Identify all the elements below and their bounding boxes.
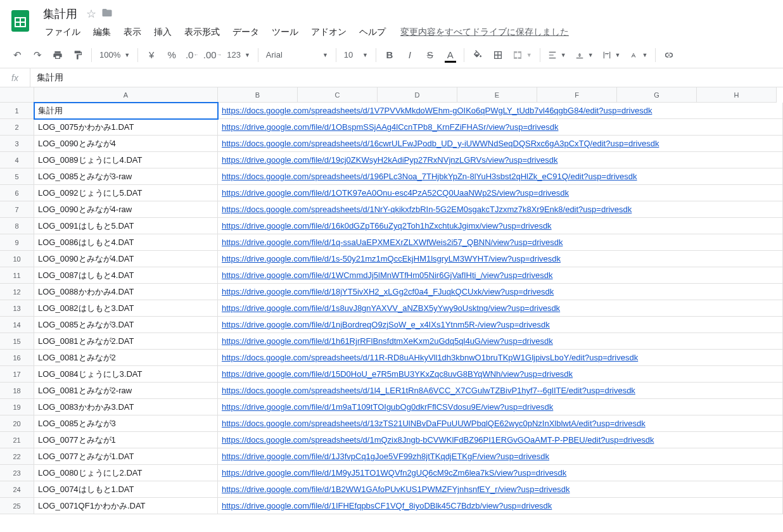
hyperlink[interactable]: https://drive.google.com/file/d/1s-50y21… (222, 254, 561, 263)
cell[interactable]: LOG_0091はしもと5.DAT (34, 218, 218, 234)
menu-編集[interactable]: 編集 (87, 24, 117, 41)
cell[interactable]: LOG_0083かわかみ3.DAT (34, 399, 218, 415)
hyperlink[interactable]: https://drive.google.com/file/d/1njBordr… (222, 320, 550, 329)
cell[interactable]: https://docs.google.com/spreadsheets/d/1… (218, 201, 783, 218)
cell[interactable]: LOG_0087はしもと4.DAT (34, 267, 218, 284)
row-header[interactable]: 11 (0, 267, 34, 284)
cell[interactable]: https://drive.google.com/file/d/1njBordr… (218, 317, 783, 333)
save-status[interactable]: 変更内容をすべてドライブに保存しました (400, 27, 569, 38)
hyperlink[interactable]: https://drive.google.com/file/d/18jYT5iv… (222, 287, 554, 296)
move-folder-icon[interactable] (101, 7, 113, 22)
hyperlink[interactable]: https://drive.google.com/file/d/1m9aT109… (222, 402, 553, 412)
cell[interactable]: https://drive.google.com/file/d/1IFHEfqp… (218, 498, 783, 514)
hyperlink[interactable]: https://docs.google.com/spreadsheets/d/1… (222, 205, 632, 214)
row-header[interactable]: 9 (0, 234, 34, 251)
sheets-logo[interactable] (8, 8, 33, 33)
hyperlink[interactable]: https://drive.google.com/file/d/1h61RjrR… (222, 336, 553, 346)
formula-input[interactable]: 集計用 (30, 72, 783, 84)
row-header[interactable]: 21 (0, 432, 34, 448)
cell[interactable]: https://docs.google.com/spreadsheets/d/1… (218, 383, 783, 399)
cell[interactable]: LOG_0081とみなが2.DAT (34, 333, 218, 350)
row-header[interactable]: 8 (0, 218, 34, 234)
row-header[interactable]: 23 (0, 465, 34, 481)
merge-cells-button[interactable]: ▼ (509, 46, 536, 65)
cell[interactable]: LOG_0092じょうにし5.DAT (34, 185, 218, 201)
hyperlink[interactable]: https://drive.google.com/file/d/1J3fvpCq… (222, 452, 549, 461)
h-align-button[interactable]: ▼ (544, 46, 570, 65)
row-header[interactable]: 19 (0, 399, 34, 415)
cell[interactable]: LOG_0086はしもと4.DAT (34, 234, 218, 251)
menu-ツール[interactable]: ツール (266, 24, 304, 41)
cell[interactable]: LOG_0088かわかみ4.DAT (34, 284, 218, 300)
hyperlink[interactable]: https://drive.google.com/file/d/1WCmmdJj… (222, 270, 552, 280)
cell[interactable]: https://drive.google.com/file/d/18jYT5iv… (218, 284, 783, 300)
menu-表示[interactable]: 表示 (118, 24, 147, 41)
bold-button[interactable]: B (380, 46, 399, 65)
row-header[interactable]: 15 (0, 333, 34, 350)
row-header[interactable]: 14 (0, 317, 34, 333)
cell[interactable]: LOG_0075かわかみ1.DAT (34, 119, 218, 136)
select-all-corner[interactable] (0, 87, 34, 103)
row-header[interactable]: 4 (0, 152, 34, 168)
col-header-H[interactable]: H (697, 87, 777, 103)
row-header[interactable]: 24 (0, 481, 34, 498)
cell[interactable]: LOG_0090とみなが4-raw (34, 201, 218, 218)
row-header[interactable]: 13 (0, 300, 34, 317)
cell[interactable]: LOG_0084じょうにし3.DAT (34, 366, 218, 383)
row-header[interactable]: 18 (0, 383, 34, 399)
number-format-select[interactable]: 123▼ (223, 46, 254, 65)
cell[interactable]: LOG_0085とみなが3 (34, 415, 218, 432)
cell[interactable]: LOG_0077とみなが1.DAT (34, 448, 218, 465)
borders-button[interactable] (488, 46, 507, 65)
menu-挿入[interactable]: 挿入 (148, 24, 177, 41)
hyperlink[interactable]: https://docs.google.com/spreadsheets/d/1… (222, 386, 635, 395)
menu-ヘルプ[interactable]: ヘルプ (353, 24, 392, 41)
cell[interactable]: https://drive.google.com/file/d/16k0dGZp… (218, 218, 783, 234)
hyperlink[interactable]: https://drive.google.com/file/d/16k0dGZp… (222, 221, 552, 231)
hyperlink[interactable]: https://drive.google.com/file/d/1OBspmSS… (222, 122, 558, 132)
cell[interactable]: https://drive.google.com/file/d/1h61RjrR… (218, 333, 783, 350)
row-header[interactable]: 6 (0, 185, 34, 201)
cell[interactable]: LOG_0080じょうにし2.DAT (34, 465, 218, 481)
cell[interactable]: https://drive.google.com/file/d/1M9yJ51T… (218, 465, 783, 481)
cell[interactable]: https://docs.google.com/spreadsheets/d/1… (218, 350, 783, 366)
cell[interactable]: https://drive.google.com/file/d/1OTK97eA… (218, 185, 783, 201)
cell[interactable]: LOG_0090とみなが4 (34, 136, 218, 152)
doc-title[interactable]: 集計用 (39, 5, 81, 23)
font-select[interactable]: Arial▼ (262, 46, 332, 65)
currency-button[interactable]: ¥ (142, 46, 161, 65)
col-header-E[interactable]: E (457, 87, 537, 103)
hyperlink[interactable]: https://docs.google.com/spreadsheets/d/1… (222, 435, 654, 445)
cell[interactable]: https://docs.google.com/spreadsheets/d/1… (218, 415, 783, 432)
hyperlink[interactable]: https://docs.google.com/spreadsheets/d/1… (222, 106, 652, 115)
cell[interactable]: https://drive.google.com/file/d/15D0HoU_… (218, 366, 783, 383)
star-icon[interactable]: ☆ (86, 7, 96, 21)
percent-button[interactable]: % (162, 46, 181, 65)
menu-データ[interactable]: データ (227, 24, 265, 41)
row-header[interactable]: 12 (0, 284, 34, 300)
cell[interactable]: https://drive.google.com/file/d/1J3fvpCq… (218, 448, 783, 465)
cell[interactable]: https://drive.google.com/file/d/1s-50y21… (218, 251, 783, 267)
cell[interactable]: LOG_0090とみなが4.DAT (34, 251, 218, 267)
row-header[interactable]: 10 (0, 251, 34, 267)
strikethrough-button[interactable]: S (421, 46, 440, 65)
hyperlink[interactable]: https://docs.google.com/spreadsheets/d/1… (222, 172, 637, 181)
hyperlink[interactable]: https://drive.google.com/file/d/1s8uvJ8g… (222, 303, 560, 313)
row-header[interactable]: 22 (0, 448, 34, 465)
italic-button[interactable]: I (400, 46, 419, 65)
cell[interactable]: LOG_0082はしもと3.DAT (34, 300, 218, 317)
cell[interactable]: LOG_0089じょうにし4.DAT (34, 152, 218, 168)
decrease-decimal-button[interactable]: .0← (182, 46, 201, 65)
text-wrap-button[interactable]: ▼ (599, 46, 625, 65)
col-header-A[interactable]: A (34, 87, 218, 103)
col-header-G[interactable]: G (617, 87, 697, 103)
cell[interactable]: LOG_0081とみなが2 (34, 350, 218, 366)
redo-button[interactable]: ↷ (28, 46, 47, 65)
hyperlink[interactable]: https://drive.google.com/file/d/19cj0ZKW… (222, 155, 557, 165)
cell[interactable]: https://drive.google.com/file/d/1q-ssaUa… (218, 234, 783, 251)
row-header[interactable]: 25 (0, 498, 34, 514)
row-header[interactable]: 2 (0, 119, 34, 136)
cell[interactable]: https://docs.google.com/spreadsheets/d/1… (218, 136, 783, 152)
row-header[interactable]: 5 (0, 168, 34, 185)
print-button[interactable] (48, 46, 67, 65)
